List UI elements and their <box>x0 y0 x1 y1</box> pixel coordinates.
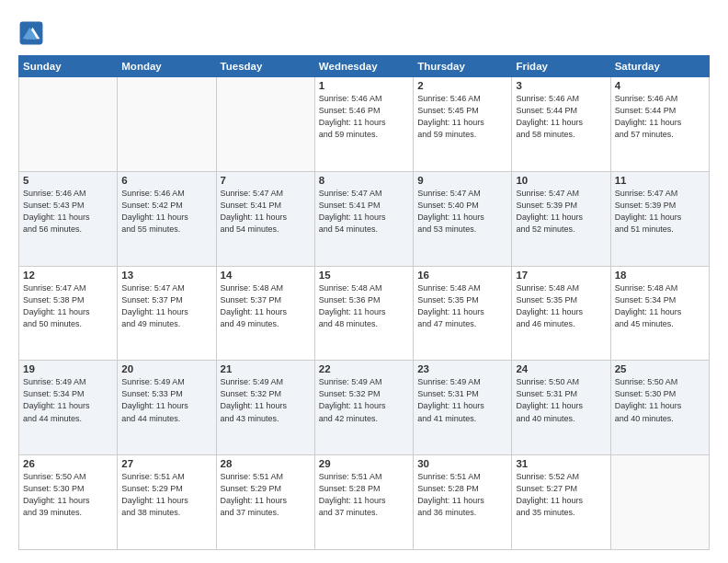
day-number: 17 <box>516 270 606 281</box>
calendar-cell: 17Sunrise: 5:48 AM Sunset: 5:35 PM Dayli… <box>512 266 610 361</box>
day-info: Sunrise: 5:49 AM Sunset: 5:33 PM Dayligh… <box>121 376 211 424</box>
calendar-cell: 19Sunrise: 5:49 AM Sunset: 5:34 PM Dayli… <box>19 361 118 455</box>
day-info: Sunrise: 5:49 AM Sunset: 5:32 PM Dayligh… <box>221 376 311 424</box>
day-number: 26 <box>23 458 113 469</box>
day-info: Sunrise: 5:49 AM Sunset: 5:31 PM Dayligh… <box>417 376 507 424</box>
calendar-cell: 6Sunrise: 5:46 AM Sunset: 5:42 PM Daylig… <box>118 171 216 266</box>
calendar-cell: 15Sunrise: 5:48 AM Sunset: 5:36 PM Dayli… <box>314 266 413 361</box>
day-number: 14 <box>221 270 311 281</box>
calendar-cell <box>216 77 314 172</box>
day-number: 13 <box>121 270 211 281</box>
day-info: Sunrise: 5:47 AM Sunset: 5:41 PM Dayligh… <box>221 188 311 236</box>
day-number: 7 <box>221 175 311 186</box>
day-info: Sunrise: 5:48 AM Sunset: 5:35 PM Dayligh… <box>516 282 606 330</box>
calendar-cell: 13Sunrise: 5:47 AM Sunset: 5:37 PM Dayli… <box>118 266 216 361</box>
header <box>18 17 710 46</box>
calendar-week-1: 1Sunrise: 5:46 AM Sunset: 5:46 PM Daylig… <box>19 77 710 172</box>
calendar-cell: 26Sunrise: 5:50 AM Sunset: 5:30 PM Dayli… <box>19 455 118 550</box>
day-info: Sunrise: 5:50 AM Sunset: 5:31 PM Dayligh… <box>516 376 606 424</box>
calendar-cell: 25Sunrise: 5:50 AM Sunset: 5:30 PM Dayli… <box>610 361 709 455</box>
calendar-cell: 21Sunrise: 5:49 AM Sunset: 5:32 PM Dayli… <box>216 361 314 455</box>
calendar-cell: 10Sunrise: 5:47 AM Sunset: 5:39 PM Dayli… <box>512 171 610 266</box>
day-info: Sunrise: 5:47 AM Sunset: 5:38 PM Dayligh… <box>23 282 113 330</box>
calendar-cell: 9Sunrise: 5:47 AM Sunset: 5:40 PM Daylig… <box>414 171 512 266</box>
calendar-header-row: SundayMondayTuesdayWednesdayThursdayFrid… <box>19 56 710 77</box>
day-number: 3 <box>516 80 606 91</box>
day-number: 4 <box>615 80 705 91</box>
day-number: 23 <box>417 363 507 374</box>
day-header-monday: Monday <box>118 56 216 77</box>
calendar-cell: 4Sunrise: 5:46 AM Sunset: 5:44 PM Daylig… <box>610 77 709 172</box>
day-info: Sunrise: 5:48 AM Sunset: 5:34 PM Dayligh… <box>615 282 705 330</box>
day-info: Sunrise: 5:46 AM Sunset: 5:44 PM Dayligh… <box>516 93 606 141</box>
calendar-week-2: 5Sunrise: 5:46 AM Sunset: 5:43 PM Daylig… <box>19 171 710 266</box>
page: SundayMondayTuesdayWednesdayThursdayFrid… <box>0 0 728 563</box>
day-info: Sunrise: 5:48 AM Sunset: 5:37 PM Dayligh… <box>221 282 311 330</box>
day-info: Sunrise: 5:49 AM Sunset: 5:32 PM Dayligh… <box>319 376 409 424</box>
day-number: 1 <box>319 80 409 91</box>
calendar-week-3: 12Sunrise: 5:47 AM Sunset: 5:38 PM Dayli… <box>19 266 710 361</box>
calendar-cell: 5Sunrise: 5:46 AM Sunset: 5:43 PM Daylig… <box>19 171 118 266</box>
day-number: 28 <box>221 458 311 469</box>
calendar-cell: 12Sunrise: 5:47 AM Sunset: 5:38 PM Dayli… <box>19 266 118 361</box>
day-number: 16 <box>417 270 507 281</box>
day-number: 21 <box>221 363 311 374</box>
calendar-cell: 29Sunrise: 5:51 AM Sunset: 5:28 PM Dayli… <box>314 455 413 550</box>
day-number: 22 <box>319 363 409 374</box>
day-header-thursday: Thursday <box>414 56 512 77</box>
calendar-cell: 27Sunrise: 5:51 AM Sunset: 5:29 PM Dayli… <box>118 455 216 550</box>
calendar-cell: 28Sunrise: 5:51 AM Sunset: 5:29 PM Dayli… <box>216 455 314 550</box>
day-info: Sunrise: 5:46 AM Sunset: 5:46 PM Dayligh… <box>319 93 409 141</box>
calendar-cell: 7Sunrise: 5:47 AM Sunset: 5:41 PM Daylig… <box>216 171 314 266</box>
day-header-saturday: Saturday <box>610 56 709 77</box>
day-info: Sunrise: 5:47 AM Sunset: 5:37 PM Dayligh… <box>121 282 211 330</box>
day-info: Sunrise: 5:47 AM Sunset: 5:39 PM Dayligh… <box>516 188 606 236</box>
calendar-cell <box>118 77 216 172</box>
calendar-cell: 20Sunrise: 5:49 AM Sunset: 5:33 PM Dayli… <box>118 361 216 455</box>
calendar-cell: 8Sunrise: 5:47 AM Sunset: 5:41 PM Daylig… <box>314 171 413 266</box>
calendar-cell: 24Sunrise: 5:50 AM Sunset: 5:31 PM Dayli… <box>512 361 610 455</box>
day-number: 24 <box>516 363 606 374</box>
calendar-cell: 22Sunrise: 5:49 AM Sunset: 5:32 PM Dayli… <box>314 361 413 455</box>
logo <box>18 20 48 46</box>
calendar-cell: 3Sunrise: 5:46 AM Sunset: 5:44 PM Daylig… <box>512 77 610 172</box>
day-info: Sunrise: 5:52 AM Sunset: 5:27 PM Dayligh… <box>516 471 606 519</box>
day-header-sunday: Sunday <box>19 56 118 77</box>
calendar-cell: 11Sunrise: 5:47 AM Sunset: 5:39 PM Dayli… <box>610 171 709 266</box>
day-info: Sunrise: 5:51 AM Sunset: 5:28 PM Dayligh… <box>417 471 507 519</box>
day-number: 10 <box>516 175 606 186</box>
calendar-cell <box>19 77 118 172</box>
day-info: Sunrise: 5:46 AM Sunset: 5:45 PM Dayligh… <box>417 93 507 141</box>
calendar-cell: 18Sunrise: 5:48 AM Sunset: 5:34 PM Dayli… <box>610 266 709 361</box>
day-number: 12 <box>23 270 113 281</box>
day-info: Sunrise: 5:46 AM Sunset: 5:42 PM Dayligh… <box>121 188 211 236</box>
day-number: 27 <box>121 458 211 469</box>
day-info: Sunrise: 5:50 AM Sunset: 5:30 PM Dayligh… <box>615 376 705 424</box>
day-number: 20 <box>121 363 211 374</box>
day-info: Sunrise: 5:49 AM Sunset: 5:34 PM Dayligh… <box>23 376 113 424</box>
day-info: Sunrise: 5:47 AM Sunset: 5:40 PM Dayligh… <box>417 188 507 236</box>
day-number: 6 <box>121 175 211 186</box>
calendar-cell: 30Sunrise: 5:51 AM Sunset: 5:28 PM Dayli… <box>414 455 512 550</box>
day-number: 25 <box>615 363 705 374</box>
day-info: Sunrise: 5:51 AM Sunset: 5:28 PM Dayligh… <box>319 471 409 519</box>
day-info: Sunrise: 5:47 AM Sunset: 5:39 PM Dayligh… <box>615 188 705 236</box>
logo-icon <box>18 20 44 46</box>
calendar-table: SundayMondayTuesdayWednesdayThursdayFrid… <box>18 55 710 550</box>
day-info: Sunrise: 5:48 AM Sunset: 5:35 PM Dayligh… <box>417 282 507 330</box>
day-number: 31 <box>516 458 606 469</box>
day-number: 18 <box>615 270 705 281</box>
day-number: 11 <box>615 175 705 186</box>
day-info: Sunrise: 5:46 AM Sunset: 5:44 PM Dayligh… <box>615 93 705 141</box>
day-number: 15 <box>319 270 409 281</box>
day-info: Sunrise: 5:50 AM Sunset: 5:30 PM Dayligh… <box>23 471 113 519</box>
calendar-cell: 14Sunrise: 5:48 AM Sunset: 5:37 PM Dayli… <box>216 266 314 361</box>
calendar-week-5: 26Sunrise: 5:50 AM Sunset: 5:30 PM Dayli… <box>19 455 710 550</box>
day-number: 29 <box>319 458 409 469</box>
day-header-wednesday: Wednesday <box>314 56 413 77</box>
calendar-cell: 31Sunrise: 5:52 AM Sunset: 5:27 PM Dayli… <box>512 455 610 550</box>
day-header-friday: Friday <box>512 56 610 77</box>
day-header-tuesday: Tuesday <box>216 56 314 77</box>
calendar-week-4: 19Sunrise: 5:49 AM Sunset: 5:34 PM Dayli… <box>19 361 710 455</box>
calendar-cell: 2Sunrise: 5:46 AM Sunset: 5:45 PM Daylig… <box>414 77 512 172</box>
